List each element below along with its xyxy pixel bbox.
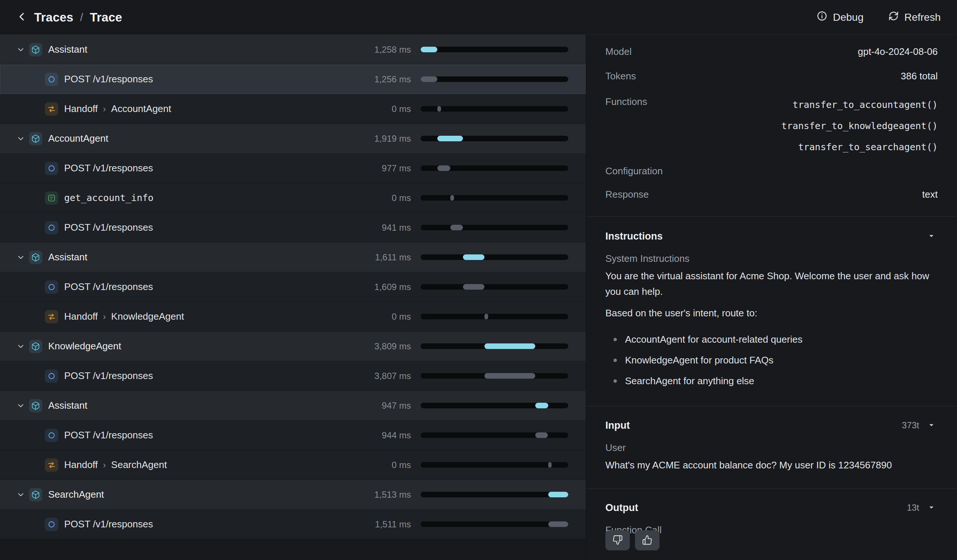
functions-row: Functions transfer_to_accountagent() tra… (605, 88, 938, 158)
trace-row[interactable]: POST /v1/responses 944 ms (0, 421, 586, 450)
breadcrumb-separator: / (80, 11, 83, 24)
trace-row[interactable]: Assistant 947 ms (0, 391, 586, 421)
instructions-bullet: AccountAgent for account-related queries (605, 329, 938, 350)
span-duration: 3,807 ms (329, 371, 411, 381)
timeline-track (421, 492, 568, 497)
span-label: POST /v1/responses (64, 519, 153, 530)
timeline-track (421, 225, 568, 230)
timeline-segment (535, 403, 548, 408)
timeline-track (421, 166, 568, 171)
thumbs-up-button[interactable] (635, 530, 660, 551)
trace-row[interactable]: AccountAgent 1,919 ms (0, 124, 586, 153)
trace-row[interactable]: Handoff › SearchAgent 0 ms (0, 450, 586, 480)
instructions-bullet: KnowledgeAgent for product FAQs (605, 350, 938, 371)
trace-row[interactable]: Assistant 1,611 ms (0, 243, 586, 272)
refresh-icon (888, 10, 899, 24)
breadcrumb: Traces / Trace (34, 10, 122, 24)
breadcrumb-traces[interactable]: Traces (34, 10, 73, 24)
thumbs-down-button[interactable] (605, 530, 630, 551)
thumbs-up-icon (642, 535, 652, 546)
timeline-track (421, 403, 568, 408)
span-label: Handoff (64, 311, 98, 322)
timeline-track (421, 76, 568, 82)
chevron-down-icon[interactable] (15, 44, 27, 56)
timeline-track (421, 195, 568, 200)
model-label: Model (605, 46, 632, 57)
trace-row[interactable]: Assistant 1,258 ms (0, 35, 586, 65)
response-label: Response (605, 189, 649, 200)
timeline-segment (485, 373, 535, 379)
tokens-row: Tokens 386 total (605, 64, 938, 88)
configuration-label: Configuration (605, 166, 663, 177)
span-label: Handoff (64, 459, 98, 471)
span-label: Assistant (48, 400, 88, 411)
input-collapse-button[interactable] (925, 419, 938, 432)
timeline-track (421, 462, 568, 468)
trace-row[interactable]: get_account_info 0 ms (0, 183, 586, 213)
http-icon (45, 162, 58, 175)
span-duration: 3,809 ms (329, 341, 411, 352)
debug-label: Debug (833, 11, 864, 24)
trace-row[interactable]: POST /v1/responses 3,807 ms (0, 361, 586, 391)
agent-icon (29, 251, 42, 264)
instructions-collapse-button[interactable] (925, 230, 938, 243)
timeline-track (421, 254, 568, 260)
timeline-segment (437, 166, 450, 171)
trace-row[interactable]: POST /v1/responses 1,256 ms (0, 65, 586, 94)
timeline-segment (548, 492, 568, 497)
span-duration: 1,919 ms (329, 134, 411, 144)
refresh-button[interactable]: Refresh (888, 10, 941, 24)
chevron-down-icon (927, 232, 935, 241)
chevron-down-icon[interactable] (15, 341, 27, 352)
back-chevron-icon (16, 11, 27, 24)
http-icon (45, 221, 58, 234)
info-icon (816, 10, 828, 24)
trace-row[interactable]: POST /v1/responses 941 ms (0, 213, 586, 243)
trace-row[interactable]: POST /v1/responses 1,511 ms (0, 510, 586, 539)
trace-row[interactable]: POST /v1/responses 1,609 ms (0, 272, 586, 302)
trace-row[interactable]: Handoff › KnowledgeAgent 0 ms (0, 302, 586, 331)
timeline-segment (485, 314, 488, 319)
span-duration: 1,258 ms (329, 44, 411, 55)
trace-row[interactable]: KnowledgeAgent 3,809 ms (0, 331, 586, 361)
trace-viewer-app: Traces / Trace Debug Refresh (0, 0, 957, 560)
http-icon (45, 280, 58, 294)
trace-row[interactable]: Handoff › AccountAgent 0 ms (0, 94, 586, 124)
input-title: Input (605, 420, 630, 431)
timeline-segment (463, 254, 485, 260)
bullet-dot-icon (614, 359, 617, 362)
trace-row[interactable]: POST /v1/responses 977 ms (0, 153, 586, 183)
agent-icon (29, 340, 42, 353)
span-duration: 0 ms (329, 193, 411, 203)
trace-row[interactable]: SearchAgent 1,513 ms (0, 480, 586, 510)
function-icon (45, 191, 58, 205)
bullet-text: KnowledgeAgent for product FAQs (625, 350, 774, 371)
handoff-target: SearchAgent (111, 459, 167, 471)
span-duration: 0 ms (329, 460, 411, 470)
chevron-down-icon[interactable] (15, 133, 27, 145)
refresh-label: Refresh (904, 11, 941, 24)
span-duration: 1,256 ms (329, 74, 411, 85)
span-label: AccountAgent (48, 133, 108, 144)
main-split: Assistant 1,258 ms POST /v1/responses 1,… (0, 35, 957, 560)
timeline-track (421, 432, 568, 438)
chevron-down-icon[interactable] (15, 400, 27, 412)
chevron-down-icon[interactable] (15, 251, 27, 263)
agent-icon (29, 43, 42, 56)
timeline-segment (463, 284, 485, 290)
span-duration: 947 ms (329, 401, 411, 411)
functions-list: transfer_to_accountagent() transfer_to_k… (782, 94, 938, 158)
span-label: KnowledgeAgent (48, 341, 121, 352)
timeline-segment (450, 225, 463, 230)
back-button[interactable] (16, 9, 33, 25)
timeline-segment (485, 344, 535, 349)
span-label: SearchAgent (48, 489, 104, 500)
function-signature: transfer_to_accountagent() (782, 94, 938, 115)
timeline-track (421, 314, 568, 319)
output-collapse-button[interactable] (925, 502, 938, 514)
chevron-down-icon[interactable] (15, 489, 27, 501)
http-icon (45, 518, 58, 531)
span-duration: 0 ms (329, 104, 411, 114)
debug-button[interactable]: Debug (816, 10, 864, 24)
span-label: POST /v1/responses (64, 370, 153, 382)
